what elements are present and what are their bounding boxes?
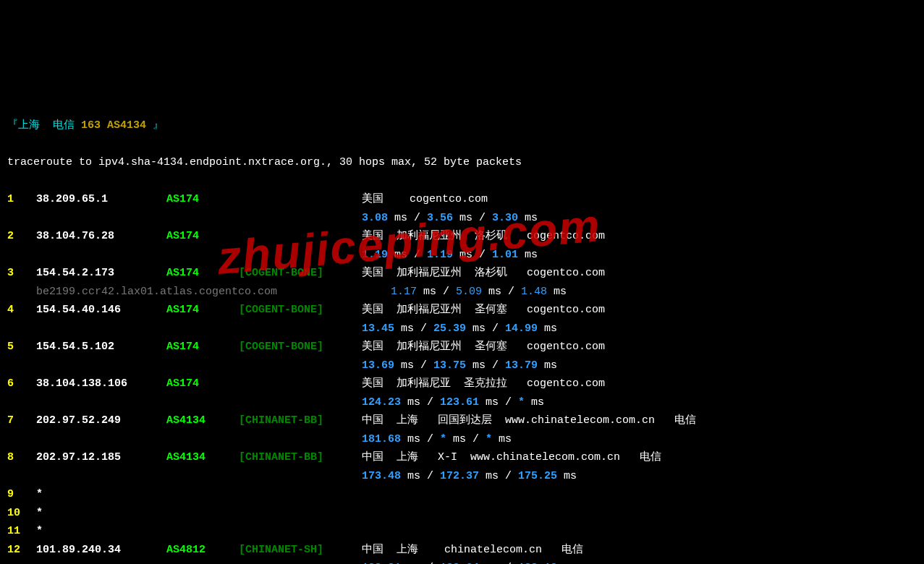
hop-number: 9 bbox=[7, 485, 36, 504]
route-title: 『上海 电信 163 AS4134 』 bbox=[7, 116, 917, 135]
hop-location: 中国 上海 回国到达层 www.chinatelecom.com.cn 电信 bbox=[362, 411, 917, 430]
hop-row: 5154.54.5.102AS174[COGENT-BONE]美国 加利福尼亚州… bbox=[7, 338, 917, 356]
hop-latency: 13.69 ms / 13.75 ms / 13.79 ms bbox=[7, 356, 917, 375]
hop-latency: 1.19 ms / 1.19 ms / 1.01 ms bbox=[7, 246, 917, 265]
title-part-1: 上海 电信 bbox=[18, 119, 81, 132]
hop-location: 美国 加利福尼亚州 圣何塞 cogentco.com bbox=[362, 301, 917, 320]
hop-location: 美国 cogentco.com bbox=[362, 190, 917, 209]
hop-ip: 202.97.12.185 bbox=[36, 448, 166, 467]
hop-latency: 181.68 ms / * ms / * ms bbox=[7, 430, 917, 449]
hop-number: 12 bbox=[7, 541, 36, 560]
hop-list: 138.209.65.1AS174美国 cogentco.com3.08 ms … bbox=[7, 190, 917, 564]
hop-tag: [COGENT-BONE] bbox=[239, 338, 362, 356]
hop-row-timeout: 10* bbox=[7, 504, 917, 523]
hop-ip: 154.54.5.102 bbox=[36, 338, 166, 356]
title-part-2: 163 AS4134 bbox=[81, 119, 146, 132]
hop-asn: AS174 bbox=[166, 375, 239, 393]
hop-number: 7 bbox=[7, 411, 36, 430]
hop-number: 11 bbox=[7, 522, 36, 541]
hop-asn: AS4812 bbox=[166, 541, 239, 560]
hop-latency: 3.08 ms / 3.56 ms / 3.30 ms bbox=[7, 209, 917, 228]
hop-location: 美国 加利福尼亚州 洛杉矶 cogentco.com bbox=[362, 264, 917, 283]
hop-row: 638.104.138.106AS174美国 加利福尼亚 圣克拉拉 cogent… bbox=[7, 375, 917, 393]
hop-tag bbox=[239, 375, 362, 393]
hop-row: 3154.54.2.173AS174[COGENT-BONE]美国 加利福尼亚州… bbox=[7, 264, 917, 283]
hop-ip: 38.209.65.1 bbox=[36, 190, 166, 209]
hop-asn: AS174 bbox=[166, 338, 239, 356]
hop-asn: AS174 bbox=[166, 190, 239, 209]
hop-latency: 188.31 ms / 188.64 ms / 188.19 ms bbox=[7, 559, 917, 564]
hop-ip: 202.97.52.249 bbox=[36, 411, 166, 430]
hop-row: 138.209.65.1AS174美国 cogentco.com bbox=[7, 190, 917, 209]
hop-location: 中国 上海 X-I www.chinatelecom.com.cn 电信 bbox=[362, 448, 917, 467]
hop-asn: AS174 bbox=[166, 264, 239, 283]
hop-number: 10 bbox=[7, 504, 36, 523]
hop-location: 美国 加利福尼亚州 洛杉矶 cogentco.com bbox=[362, 227, 917, 246]
hop-ip: * bbox=[36, 504, 166, 523]
hop-tag: [CHINANET-BB] bbox=[239, 411, 362, 430]
hop-row-timeout: 9* bbox=[7, 485, 917, 504]
hop-asn: AS174 bbox=[166, 227, 239, 246]
hop-ip: 101.89.240.34 bbox=[36, 541, 166, 560]
hop-asn: AS4134 bbox=[166, 448, 239, 467]
hop-ip: 38.104.76.28 bbox=[36, 227, 166, 246]
hop-latency: 124.23 ms / 123.61 ms / * ms bbox=[7, 393, 917, 412]
hop-number: 6 bbox=[7, 375, 36, 393]
hop-asn: AS174 bbox=[166, 301, 239, 320]
hop-tag: [COGENT-BONE] bbox=[239, 264, 362, 283]
hop-row: 8202.97.12.185AS4134[CHINANET-BB]中国 上海 X… bbox=[7, 448, 917, 467]
bracket-open: 『 bbox=[7, 119, 18, 132]
hop-ip: * bbox=[36, 485, 166, 504]
hop-tag bbox=[239, 190, 362, 209]
hop-location: 美国 加利福尼亚州 圣何塞 cogentco.com bbox=[362, 338, 917, 356]
hop-tag: [CHINANET-SH] bbox=[239, 541, 362, 560]
hop-number: 1 bbox=[7, 190, 36, 209]
hop-number: 2 bbox=[7, 227, 36, 246]
hop-latency: 1.17 ms / 5.09 ms / 1.48 ms bbox=[391, 283, 567, 302]
hop-row: 238.104.76.28AS174美国 加利福尼亚州 洛杉矶 cogentco… bbox=[7, 227, 917, 246]
hop-ip: * bbox=[36, 522, 166, 541]
hop-number: 4 bbox=[7, 301, 36, 320]
hop-latency: 173.48 ms / 172.37 ms / 175.25 ms bbox=[7, 467, 917, 486]
hop-hostname: be2199.ccr42.lax01.atlas.cogentco.com bbox=[7, 283, 391, 302]
hop-ip: 38.104.138.106 bbox=[36, 375, 166, 393]
hop-number: 3 bbox=[7, 264, 36, 283]
hop-row: 12101.89.240.34AS4812[CHINANET-SH]中国 上海 … bbox=[7, 541, 917, 560]
bracket-close: 』 bbox=[146, 119, 164, 132]
hop-detail-row: be2199.ccr42.lax01.atlas.cogentco.com1.1… bbox=[7, 283, 917, 302]
hop-ip: 154.54.2.173 bbox=[36, 264, 166, 283]
hop-row: 4154.54.40.146AS174[COGENT-BONE]美国 加利福尼亚… bbox=[7, 301, 917, 320]
hop-tag: [COGENT-BONE] bbox=[239, 301, 362, 320]
traceroute-command: traceroute to ipv4.sha-4134.endpoint.nxt… bbox=[7, 153, 917, 172]
hop-row-timeout: 11* bbox=[7, 522, 917, 541]
hop-asn: AS4134 bbox=[166, 411, 239, 430]
hop-ip: 154.54.40.146 bbox=[36, 301, 166, 320]
hop-number: 8 bbox=[7, 448, 36, 467]
hop-tag bbox=[239, 227, 362, 246]
hop-location: 中国 上海 chinatelecom.cn 电信 bbox=[362, 541, 917, 560]
hop-tag: [CHINANET-BB] bbox=[239, 448, 362, 467]
hop-latency: 13.45 ms / 25.39 ms / 14.99 ms bbox=[7, 320, 917, 338]
hop-location: 美国 加利福尼亚 圣克拉拉 cogentco.com bbox=[362, 375, 917, 393]
hop-row: 7202.97.52.249AS4134[CHINANET-BB]中国 上海 回… bbox=[7, 411, 917, 430]
hop-number: 5 bbox=[7, 338, 36, 356]
